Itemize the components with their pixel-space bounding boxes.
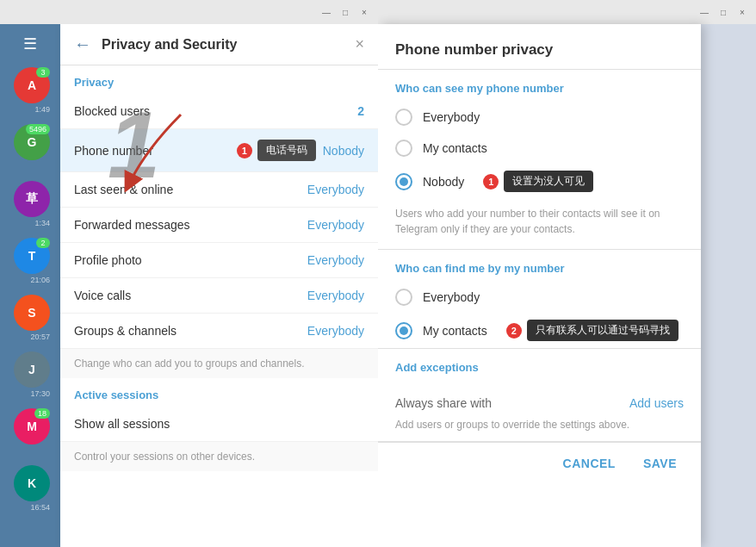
- voice-calls-label: Voice calls: [74, 289, 307, 302]
- cancel-button[interactable]: CANCEL: [556, 453, 623, 474]
- everybody-find-radio[interactable]: [395, 289, 412, 306]
- chat-time: 17:30: [30, 389, 50, 398]
- chat-avatar-item[interactable]: T221:06: [10, 238, 50, 291]
- chat-time: 20:57: [30, 333, 50, 341]
- chat-time: 16:54: [30, 503, 50, 512]
- chat-time: 1:34: [34, 219, 50, 227]
- chat-avatar-item[interactable]: A31:49: [10, 67, 50, 121]
- who-can-find-section-title: Who can find me by my number: [378, 250, 701, 282]
- right-close-btn[interactable]: ×: [735, 5, 749, 19]
- dialog-footer: CANCEL SAVE: [378, 442, 701, 484]
- annotation-bubble: 电话号码: [257, 140, 316, 161]
- always-share-label: Always share with: [395, 396, 492, 410]
- profile-photo-item[interactable]: Profile photo Everybody: [60, 243, 378, 278]
- my-contacts-find-option[interactable]: My contacts 2 只有联系人可以通过号码寻找: [378, 313, 701, 348]
- badge: 3: [36, 67, 50, 78]
- left-window-content: ☰ A31:49G5496草1:34T221:06S20:57J17:30M18…: [0, 24, 378, 547]
- show-all-sessions-item[interactable]: Show all sessions: [60, 407, 378, 442]
- avatar: J: [14, 351, 50, 388]
- chat-avatar-item[interactable]: M18: [10, 408, 50, 462]
- show-all-sessions-label: Show all sessions: [74, 417, 364, 431]
- annotation-text-2: 只有联系人可以通过号码寻找: [527, 320, 679, 341]
- who-can-see-section-title: Who can see my phone number: [378, 70, 701, 102]
- chat-avatars-list: A31:49G5496草1:34T221:06S20:57J17:30M18K1…: [0, 67, 60, 519]
- nobody-see-option[interactable]: Nobody 1 设置为没人可见: [378, 164, 701, 199]
- left-window: — □ × ☰ A31:49G5496草1:34T221:06S20:57J17…: [0, 0, 378, 547]
- avatar: 草: [14, 181, 50, 217]
- badge: 5496: [26, 124, 50, 134]
- last-seen-value: Everybody: [307, 183, 364, 196]
- panel-header: ← Privacy and Security ×: [60, 24, 378, 65]
- everybody-see-option[interactable]: Everybody: [378, 102, 701, 133]
- everybody-see-radio[interactable]: [395, 109, 412, 126]
- annotation-num-1-right: 1: [483, 174, 499, 190]
- chat-avatar-item[interactable]: J17:30: [10, 351, 50, 405]
- chat-avatar-item[interactable]: K16:54: [10, 465, 50, 519]
- chat-avatar-item[interactable]: S20:57: [10, 295, 50, 348]
- my-contacts-see-label: My contacts: [423, 141, 487, 155]
- close-btn[interactable]: ×: [357, 5, 371, 19]
- exceptions-section-title: Add exceptions: [378, 349, 701, 381]
- right-titlebar: — □ ×: [378, 0, 756, 24]
- phone-number-value: Nobody: [323, 144, 364, 158]
- groups-hint: Change who can add you to groups and cha…: [60, 349, 378, 378]
- panel-close-button[interactable]: ×: [355, 35, 364, 53]
- my-contacts-see-radio[interactable]: [395, 140, 412, 157]
- everybody-see-label: Everybody: [423, 110, 480, 124]
- back-button[interactable]: ←: [74, 34, 91, 54]
- my-contacts-see-option[interactable]: My contacts: [378, 133, 701, 164]
- my-contacts-find-radio[interactable]: [395, 322, 412, 339]
- last-seen-label: Last seen & online: [74, 183, 307, 196]
- save-button[interactable]: SAVE: [636, 453, 684, 474]
- dialog-title: Phone number privacy: [395, 41, 684, 59]
- blocked-users-item[interactable]: Blocked users 2: [60, 94, 378, 129]
- badge: 2: [36, 238, 50, 248]
- voice-calls-value: Everybody: [307, 289, 364, 302]
- exceptions-section: Always share with Add users Add users or…: [378, 381, 701, 442]
- exceptions-hint: Add users or groups to override the sett…: [395, 415, 684, 431]
- sessions-hint: Control your sessions on other devices.: [60, 442, 378, 471]
- add-users-link[interactable]: Add users: [629, 396, 684, 410]
- nobody-see-radio[interactable]: [395, 173, 412, 190]
- phone-hint: Users who add your number to their conta…: [378, 199, 701, 250]
- right-window: — □ × Phone number privacy Who can see m…: [378, 0, 756, 547]
- annotation-num-2-right: 2: [506, 323, 522, 339]
- minimize-btn[interactable]: —: [319, 5, 333, 19]
- forwarded-messages-item[interactable]: Forwarded messages Everybody: [60, 208, 378, 243]
- blocked-users-badge: 2: [357, 104, 364, 118]
- phone-annotation-group: 1 电话号码: [237, 140, 316, 161]
- annotation-num-1: 1: [237, 143, 252, 159]
- panel-title: Privacy and Security: [102, 37, 355, 53]
- phone-number-item[interactable]: Phone number 1 电话号码 Nobody: [60, 129, 378, 172]
- groups-channels-label: Groups & channels: [74, 324, 307, 338]
- nobody-annotation: 1 设置为没人可见: [483, 171, 593, 192]
- active-sessions-label: Active sessions: [60, 378, 378, 407]
- chat-time: 1:49: [34, 105, 50, 114]
- maximize-btn[interactable]: □: [338, 5, 352, 19]
- privacy-section-label: Privacy: [60, 65, 378, 94]
- phone-number-label: Phone number: [74, 144, 237, 158]
- chat-avatar-item[interactable]: 草1:34: [10, 181, 50, 234]
- left-titlebar: — □ ×: [0, 0, 378, 24]
- right-minimize-btn[interactable]: —: [697, 5, 711, 19]
- nobody-see-label: Nobody: [423, 175, 464, 189]
- dialog-overlay: Phone number privacy Who can see my phon…: [378, 24, 756, 547]
- avatar: K: [14, 465, 50, 501]
- groups-channels-value: Everybody: [307, 324, 364, 338]
- forwarded-messages-value: Everybody: [307, 218, 364, 232]
- profile-photo-label: Profile photo: [74, 253, 307, 267]
- groups-channels-item[interactable]: Groups & channels Everybody: [60, 314, 378, 349]
- privacy-security-panel: 1 ← Privacy and Security × Privacy: [60, 24, 378, 547]
- last-seen-item[interactable]: Last seen & online Everybody: [60, 172, 378, 208]
- always-share-row: Always share with Add users: [395, 391, 684, 415]
- chat-avatar-item[interactable]: G5496: [10, 124, 50, 177]
- menu-icon[interactable]: ☰: [20, 31, 40, 57]
- profile-photo-value: Everybody: [307, 253, 364, 267]
- chat-time: 21:06: [30, 276, 50, 284]
- forwarded-messages-label: Forwarded messages: [74, 218, 307, 232]
- voice-calls-item[interactable]: Voice calls Everybody: [60, 278, 378, 314]
- everybody-find-option[interactable]: Everybody: [378, 282, 701, 313]
- phone-privacy-dialog: Phone number privacy Who can see my phon…: [378, 24, 701, 547]
- chat-list-panel: ☰ A31:49G5496草1:34T221:06S20:57J17:30M18…: [0, 24, 60, 547]
- right-maximize-btn[interactable]: □: [716, 5, 730, 19]
